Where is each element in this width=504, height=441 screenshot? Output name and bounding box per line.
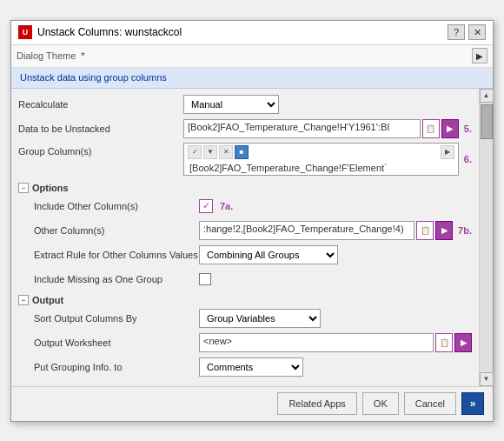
recalculate-select[interactable]: Manual Auto	[183, 95, 279, 114]
step7a-label: 7a.	[220, 201, 233, 211]
data-unstack-control: [Book2]FAO_Temperature_Change!H'Y1961':B…	[183, 119, 472, 138]
group-col-value: [Book2]FAO_Temperature_Change!F'Element`	[188, 163, 454, 173]
extract-rule-label: Extract Rule for Other Columns Values	[34, 250, 199, 260]
recalculate-label: Recalculate	[18, 99, 183, 110]
group-col-area[interactable]: ✓ ▼ ✕ ■ ▶ [Book2]FAO_Temperature_Change!…	[183, 143, 459, 176]
gc-check-btn[interactable]: ✓	[188, 145, 202, 159]
other-columns-control: :hange!2,[Book2]FAO_Temperature_Change!4…	[199, 221, 472, 240]
include-other-checkbox[interactable]: ✓	[199, 199, 213, 213]
sort-output-select[interactable]: Group Variables Alphabetical None	[199, 309, 321, 328]
recalculate-row: Recalculate Manual Auto	[18, 94, 472, 115]
extract-rule-control: Combining All Groups First Group Last Gr…	[199, 245, 472, 264]
cancel-button[interactable]: Cancel	[404, 392, 456, 415]
gc-down-btn[interactable]: ▼	[203, 145, 217, 159]
group-col-toolbar: ✓ ▼ ✕ ■ ▶	[188, 145, 454, 159]
related-apps-button[interactable]: Related Apps	[277, 392, 356, 415]
extract-rule-row: Extract Rule for Other Columns Values Co…	[18, 244, 472, 265]
step5-label: 5.	[464, 124, 472, 134]
output-worksheet-sheet-btn[interactable]: 📋	[435, 333, 453, 352]
other-columns-sheet-btn[interactable]: 📋	[416, 221, 434, 240]
put-grouping-label: Put Grouping Info. to	[34, 362, 199, 372]
extract-rule-select[interactable]: Combining All Groups First Group Last Gr…	[199, 245, 338, 264]
gc-arrow-btn[interactable]: ▶	[441, 145, 454, 159]
gc-x-btn[interactable]: ✕	[219, 145, 233, 159]
close-button[interactable]: ✕	[468, 24, 486, 40]
put-grouping-row: Put Grouping Info. to Comments Labels No…	[18, 357, 472, 378]
dialog-title: Unstack Columns: wunstackcol	[37, 26, 182, 38]
title-bar-left: U Unstack Columns: wunstackcol	[18, 25, 182, 39]
output-worksheet-row: Output Worksheet <new> 📋 ▶	[18, 332, 472, 353]
include-missing-checkbox[interactable]	[199, 273, 211, 285]
put-grouping-select[interactable]: Comments Labels None	[199, 357, 303, 377]
toolbar-arrow-button[interactable]: ▶	[472, 48, 487, 63]
group-columns-row: Group Column(s) ✓ ▼ ✕ ■ ▶	[18, 143, 472, 177]
data-unstack-label: Data to be Unstacked	[18, 124, 183, 134]
dialog-container: U Unstack Columns: wunstackcol ? ✕ Dialo…	[10, 20, 494, 422]
content-area: Recalculate Manual Auto Data to be Unsta…	[11, 89, 493, 386]
put-grouping-control: Comments Labels None	[199, 357, 472, 377]
output-section-header: − Output	[18, 295, 472, 305]
output-title: Output	[32, 295, 63, 305]
toolbar: Dialog Theme * ▶	[11, 45, 493, 68]
subtitle-text: Unstack data using group columns	[20, 72, 167, 83]
group-columns-control: ✓ ▼ ✕ ■ ▶ [Book2]FAO_Temperature_Change!…	[183, 143, 472, 177]
title-bar-right: ? ✕	[448, 24, 486, 40]
include-other-control: ✓ 7a.	[199, 199, 472, 213]
sort-output-label: Sort Output Columns By	[34, 313, 199, 324]
include-missing-row: Include Missing as One Group	[18, 269, 472, 290]
options-title: Options	[32, 183, 69, 193]
theme-label: Dialog Theme	[17, 50, 76, 61]
step7b-label: 7b.	[458, 225, 472, 236]
other-columns-arrow-btn[interactable]: ▶	[435, 221, 453, 240]
other-columns-row: Other Column(s) :hange!2,[Book2]FAO_Temp…	[18, 220, 472, 241]
scroll-track	[480, 103, 493, 372]
theme-value: *	[81, 50, 84, 61]
options-section-header: − Options	[18, 183, 472, 193]
include-other-label: Include Other Column(s)	[34, 201, 199, 211]
main-content: Recalculate Manual Auto Data to be Unsta…	[11, 89, 479, 386]
title-bar: U Unstack Columns: wunstackcol ? ✕	[11, 21, 493, 45]
data-unstack-arrow-btn[interactable]: ▶	[441, 119, 459, 138]
footer: Related Apps OK Cancel »	[11, 386, 493, 421]
sort-output-row: Sort Output Columns By Group Variables A…	[18, 308, 472, 329]
scroll-up-btn[interactable]: ▲	[480, 89, 494, 103]
sort-output-control: Group Variables Alphabetical None	[199, 309, 472, 328]
output-worksheet-arrow-btn[interactable]: ▶	[454, 333, 472, 352]
data-unstack-input[interactable]: [Book2]FAO_Temperature_Change!H'Y1961':B…	[183, 119, 421, 138]
other-columns-label: Other Column(s)	[34, 225, 199, 236]
scroll-down-btn[interactable]: ▼	[480, 372, 494, 386]
scroll-thumb[interactable]	[481, 104, 493, 139]
output-worksheet-control: <new> 📋 ▶	[199, 333, 472, 352]
data-unstack-sheet-btn[interactable]: 📋	[422, 119, 440, 138]
recalculate-control: Manual Auto	[183, 95, 472, 114]
include-missing-control	[199, 273, 472, 285]
include-missing-label: Include Missing as One Group	[34, 274, 199, 284]
gc-square-btn[interactable]: ■	[235, 145, 249, 159]
data-unstack-row: Data to be Unstacked [Book2]FAO_Temperat…	[18, 118, 472, 139]
output-worksheet-label: Output Worksheet	[34, 337, 199, 348]
navigate-button[interactable]: »	[461, 392, 484, 415]
output-toggle[interactable]: −	[18, 295, 29, 305]
scrollbar: ▲ ▼	[479, 89, 493, 386]
output-worksheet-input[interactable]: <new>	[199, 333, 434, 352]
other-columns-input[interactable]: :hange!2,[Book2]FAO_Temperature_Change!4…	[199, 221, 414, 240]
step6-label: 6.	[464, 154, 472, 164]
ok-button[interactable]: OK	[362, 392, 399, 415]
include-other-row: Include Other Column(s) ✓ 7a.	[18, 196, 472, 217]
subtitle-bar: Unstack data using group columns	[11, 68, 493, 89]
group-columns-label: Group Column(s)	[18, 143, 183, 157]
options-toggle[interactable]: −	[18, 183, 29, 193]
dialog-icon: U	[18, 25, 32, 39]
help-button[interactable]: ?	[448, 24, 465, 40]
